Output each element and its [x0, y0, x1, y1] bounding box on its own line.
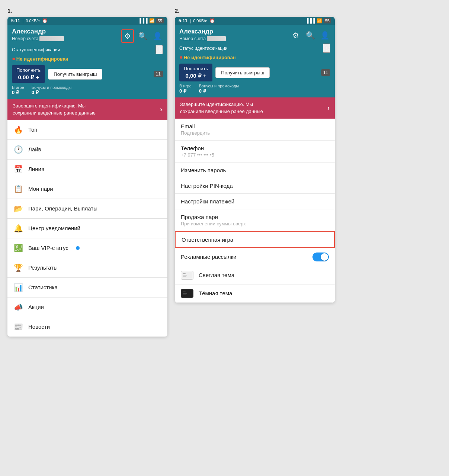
menu-item-mybets[interactable]: 📋 Мои пари	[7, 179, 167, 199]
topup-button-2[interactable]: Пополнить 0,00 ₽ +	[179, 64, 212, 81]
header-actions-1: ⚙ 🔍 👤	[121, 29, 163, 43]
bonus-item-2: Бонусы и промокоды 0 ₽	[199, 84, 239, 94]
svg-rect-7	[183, 295, 186, 295]
winnings-button-1[interactable]: Получить выигрыш	[48, 69, 102, 80]
id-banner-arrow-2: ›	[327, 104, 330, 112]
menu-label-notifications: Центр уведомлений	[28, 225, 80, 231]
profile-button-1[interactable]: 👤	[152, 31, 163, 41]
svg-rect-6	[183, 293, 187, 294]
clock-icon-1: ⏰	[42, 18, 48, 23]
header-top-2: Александр Номер счёта •••••••• ⚙ 🔍 👤	[179, 28, 330, 41]
account-label-2: Номер счёта	[179, 36, 206, 41]
in-game-amount-1: 0 ₽	[12, 90, 24, 95]
svg-rect-1	[183, 273, 186, 274]
settings-phone-label: Телефон	[181, 145, 329, 151]
status-data-1: 0.0КБ/с	[26, 19, 39, 23]
settings-button-2[interactable]: ⚙	[290, 29, 301, 41]
bets-icon: 📋	[13, 184, 23, 193]
wifi-icon-2: 📶	[317, 18, 322, 23]
balance-row-1: Пополнить 0,00 ₽ + Получить выигрыш 11	[12, 65, 163, 83]
topup-label-1: Пополнить	[16, 67, 41, 74]
menu-label-promo: Акции	[28, 304, 44, 310]
menu-item-live[interactable]: 🕐 Лайв	[7, 140, 167, 160]
not-identified-text-1: Не идентифицирован	[16, 56, 68, 62]
in-game-label-1: В игре	[12, 85, 24, 90]
search-button-2[interactable]: 🔍	[305, 30, 316, 41]
topup-button-1[interactable]: Пополнить 0,00 ₽ +	[12, 65, 45, 83]
settings-payments[interactable]: Настройки платежей	[175, 194, 335, 209]
header-actions-2: ⚙ 🔍 👤	[290, 29, 330, 41]
menu-item-promo[interactable]: 📣 Акции	[7, 298, 167, 317]
status-dot-2: ●	[179, 54, 183, 61]
in-game-item-1: В игре 0 ₽	[12, 85, 24, 95]
id-banner-1[interactable]: Завершите идентификацию. Мысохранили вве…	[7, 99, 167, 120]
menu-item-top[interactable]: 🔥 Топ	[7, 120, 167, 140]
clock-icon-2: ⏰	[209, 18, 215, 23]
sub-balance-row-1: В игре 0 ₽ Бонусы и промокоды 0 ₽	[12, 85, 163, 95]
bonus-label-2: Бонусы и промокоды	[199, 84, 239, 88]
topup-amount-2: 0,00 ₽ +	[184, 72, 208, 80]
in-game-amount-2: 0 ₽	[179, 88, 192, 94]
light-theme-label: Светлая тема	[199, 272, 234, 278]
settings-pin[interactable]: Настройки PIN-кода	[175, 178, 335, 194]
menu-item-vip[interactable]: 💹 Ваш VIP-статус	[7, 238, 167, 258]
svg-rect-5	[183, 292, 186, 292]
menu-label-results: Результаты	[28, 264, 58, 271]
account-number-1: Номер счёта 9••••••••3	[12, 36, 64, 41]
settings-marketing-label: Рекламные рассылки	[181, 254, 237, 260]
screen2-wrapper: 2. 5:11 | 0.0КБ/с ⏰ ▐▐▐ 📶 55 Александр	[175, 7, 335, 303]
menu-label-line: Линия	[28, 166, 44, 172]
settings-phone[interactable]: Телефон +7 977 ••• ••• •5	[175, 141, 335, 163]
battery-icon-1: 55	[156, 18, 164, 23]
menu-item-results[interactable]: 🏆 Результаты	[7, 258, 167, 278]
trophy-icon: 🏆	[13, 263, 23, 272]
marketing-toggle[interactable]	[312, 253, 329, 261]
vip-icon: 💹	[13, 244, 23, 253]
info-button-1[interactable]: ⓘ	[155, 45, 163, 54]
account-masked-2: ••••••••	[207, 36, 225, 41]
theme-light-item[interactable]: Светлая тема	[175, 266, 335, 284]
menu-label-bets-ops: Пари, Операции, Выплаты	[28, 205, 97, 212]
user-info-2: Александр Номер счёта ••••••••	[179, 28, 226, 41]
status-label-2: Статус идентификации	[179, 46, 228, 51]
menu-item-notifications[interactable]: 🔔 Центр уведомлений	[7, 219, 167, 238]
menu-label-vip: Ваш VIP-статус	[28, 245, 68, 251]
header-2: Александр Номер счёта •••••••• ⚙ 🔍 👤 Ста…	[175, 25, 335, 97]
search-button-1[interactable]: 🔍	[138, 31, 148, 41]
settings-payments-label: Настройки платежей	[181, 198, 329, 205]
not-identified-row-2: ● Не идентифицирован	[179, 54, 330, 61]
wifi-icon-1: 📶	[149, 18, 155, 23]
info-button-2[interactable]: ⓘ	[323, 44, 330, 53]
phone-frame-1: 5:11 | 0.0КБ/с ⏰ ▐▐▐ 📶 55 Александр Номе…	[7, 17, 167, 337]
signal-icon-1: ▐▐▐	[138, 18, 148, 23]
winnings-button-2[interactable]: Получить выигрыш	[215, 67, 270, 78]
light-theme-icon	[181, 271, 193, 280]
status-separator-1: |	[22, 18, 23, 23]
theme-dark-item[interactable]: Тёмная тема	[175, 284, 335, 303]
settings-email[interactable]: Email Подтвердить	[175, 119, 335, 141]
header-top-1: Александр Номер счёта 9••••••••3 ⚙ 🔍 👤	[12, 28, 163, 43]
status-label-1: Статус идентификации	[12, 47, 60, 52]
folder-icon: 📂	[13, 204, 23, 213]
settings-button-1[interactable]: ⚙	[121, 29, 134, 43]
menu-item-news[interactable]: 📰 Новости	[7, 317, 167, 337]
menu-item-stats[interactable]: 📊 Статистика	[7, 278, 167, 298]
profile-button-2[interactable]: 👤	[320, 30, 330, 41]
topup-amount-1: 0,00 ₽ +	[16, 74, 41, 81]
topup-label-2: Пополнить	[184, 66, 208, 72]
settings-responsible-game[interactable]: Ответственная игра	[175, 231, 335, 248]
settings-bet-sale-sub: При изменении суммы вверх	[181, 221, 329, 226]
settings-change-password[interactable]: Изменить пароль	[175, 163, 335, 178]
status-time-1: 5:11	[11, 18, 20, 23]
screenshots-container: 1. 5:11 | 0.0КБ/с ⏰ ▐▐▐ 📶 55 Александр	[7, 7, 442, 337]
menu-item-line[interactable]: 📅 Линия	[7, 160, 167, 179]
status-time-2: 5:11	[179, 18, 187, 23]
menu-item-bets-ops[interactable]: 📂 Пари, Операции, Выплаты	[7, 199, 167, 219]
settings-marketing[interactable]: Рекламные рассылки	[175, 248, 335, 266]
menu-list-1: 🔥 Топ 🕐 Лайв 📅 Линия 📋 Мои пари 📂	[7, 120, 167, 337]
menu-label-live: Лайв	[28, 146, 41, 152]
bonus-amount-1: 0 ₽	[32, 90, 71, 95]
badge-count-2: 11	[321, 69, 330, 76]
id-banner-2[interactable]: Завершите идентификацию. Мысохранили вве…	[175, 97, 335, 118]
settings-bet-sale[interactable]: Продажа пари При изменении суммы вверх	[175, 209, 335, 231]
